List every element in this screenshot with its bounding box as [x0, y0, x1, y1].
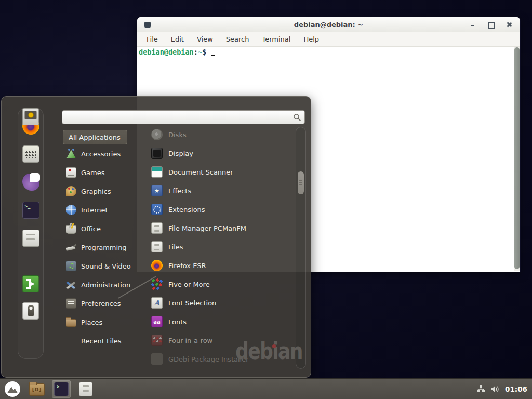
- app-label: Four-in-a-row: [168, 337, 212, 344]
- disks-icon: [151, 129, 163, 140]
- terminal-menu-edit[interactable]: Edit: [171, 35, 184, 43]
- app-label: Font Selection: [168, 299, 216, 307]
- category-list: AccessoriesGamesGraphicsInternetOfficePr…: [63, 144, 139, 350]
- menu-button[interactable]: [3, 380, 22, 398]
- app-effects[interactable]: Effects: [138, 181, 294, 200]
- app-file-manager-pcmanfm[interactable]: File Manager PCManFM: [138, 219, 294, 237]
- terminal-icon: [54, 382, 69, 396]
- terminal-menu-terminal[interactable]: Terminal: [262, 35, 290, 43]
- terminal-app-icon: [144, 22, 151, 28]
- display-icon: [151, 148, 163, 159]
- accessories-icon: [66, 149, 76, 159]
- favorite-file-manager[interactable]: [22, 230, 39, 247]
- maximize-icon[interactable]: [488, 22, 494, 28]
- prompt-user-host: debian@debian: [139, 48, 194, 56]
- minimize-icon[interactable]: [470, 22, 475, 28]
- app-display[interactable]: Display: [138, 144, 294, 163]
- terminal-menu-help[interactable]: Help: [303, 35, 319, 43]
- watermark-red-dot: [272, 344, 276, 348]
- menu-circle-icon: [5, 381, 20, 397]
- terminal-menu-search[interactable]: Search: [226, 35, 249, 43]
- volume-icon[interactable]: [490, 385, 500, 393]
- app-label: Files: [168, 243, 183, 251]
- category-graphics[interactable]: Graphics: [63, 182, 139, 201]
- favorite-software[interactable]: [22, 145, 39, 163]
- app-label: Firefox ESR: [168, 262, 206, 270]
- app-extensions[interactable]: Extensions: [138, 200, 294, 219]
- system-tray: 01:06: [476, 385, 532, 393]
- category-accessories[interactable]: Accessories: [63, 144, 139, 163]
- category-internet[interactable]: Internet: [63, 201, 139, 219]
- prompt-symbol: $: [202, 48, 206, 56]
- application-menu: All Applications AccessoriesGamesGraphic…: [1, 96, 311, 378]
- category-programming[interactable]: Programming: [63, 238, 139, 257]
- shutdown-button[interactable]: [22, 302, 39, 320]
- terminal-prompt: debian@debian:~$: [139, 48, 215, 56]
- menu-search-box: [62, 110, 305, 124]
- pidgin-icon: [22, 174, 39, 191]
- gdebi-icon: [151, 353, 163, 365]
- app-disks[interactable]: Disks: [138, 125, 294, 144]
- app-label: File Manager PCManFM: [168, 224, 246, 232]
- app-five-or-more[interactable]: Five or More: [138, 275, 294, 294]
- terminal-menu-view[interactable]: View: [197, 35, 213, 43]
- terminal-titlebar[interactable]: debian@debian: ~: [137, 17, 520, 32]
- category-label: Graphics: [81, 188, 111, 195]
- category-administration[interactable]: Administration: [63, 275, 139, 294]
- close-icon[interactable]: [506, 22, 512, 28]
- files-launcher[interactable]: [76, 380, 95, 398]
- network-icon[interactable]: [476, 385, 485, 393]
- administration-icon: [66, 280, 76, 290]
- app-firefox-esr[interactable]: Firefox ESR: [138, 256, 294, 275]
- category-games[interactable]: Games: [63, 163, 139, 182]
- category-preferences[interactable]: Preferences: [63, 294, 139, 313]
- effects-icon: [151, 185, 163, 196]
- lock-screen-icon: [22, 108, 39, 125]
- extensions-icon: [151, 204, 163, 215]
- terminal-launcher[interactable]: [52, 380, 71, 398]
- lock-screen-button[interactable]: [22, 108, 39, 125]
- terminal-scrollbar[interactable]: [514, 47, 520, 271]
- prompt-separator: :: [194, 48, 198, 56]
- all-applications-button[interactable]: All Applications: [63, 130, 127, 144]
- category-recent-files[interactable]: Recent Files: [63, 331, 139, 350]
- favorite-terminal[interactable]: [22, 202, 39, 219]
- preferences-icon: [66, 298, 76, 309]
- app-files[interactable]: Files: [138, 237, 294, 256]
- sound-video-icon: [66, 261, 76, 271]
- file-manager-launcher[interactable]: [28, 380, 46, 398]
- category-label: Games: [81, 169, 104, 177]
- category-sound-video[interactable]: Sound & Video: [63, 257, 139, 275]
- category-label: Administration: [81, 281, 130, 289]
- app-fonts[interactable]: Fonts: [138, 312, 294, 331]
- app-font-selection[interactable]: Font Selection: [138, 294, 294, 312]
- logout-button[interactable]: [22, 275, 39, 292]
- taskbar-clock[interactable]: 01:06: [505, 385, 527, 393]
- internet-icon: [66, 205, 76, 215]
- places-icon: [66, 319, 76, 327]
- prompt-path: ~: [198, 48, 202, 56]
- terminal-scrollbar-thumb[interactable]: [514, 47, 520, 269]
- terminal-cursor: [211, 48, 215, 56]
- menu-scrollbar[interactable]: [296, 127, 306, 369]
- cabinet-icon: [151, 222, 163, 234]
- category-office[interactable]: Office: [63, 219, 139, 238]
- app-label: Extensions: [168, 206, 205, 214]
- app-label: Display: [168, 150, 193, 157]
- text-caret: [66, 113, 66, 122]
- graphics-icon: [66, 186, 76, 196]
- cabinet-icon: [22, 230, 39, 247]
- category-label: Office: [81, 225, 101, 233]
- terminal-menu-file[interactable]: File: [147, 35, 158, 43]
- games-icon: [66, 167, 76, 178]
- firefox-icon: [151, 260, 163, 271]
- taskbar: 01:06: [0, 378, 532, 399]
- app-label: Effects: [168, 187, 191, 195]
- search-input[interactable]: [62, 111, 304, 124]
- favorite-pidgin[interactable]: [22, 174, 39, 191]
- menu-scrollbar-thumb[interactable]: [298, 171, 304, 194]
- favorites-group: [18, 117, 43, 247]
- category-places[interactable]: Places: [63, 313, 139, 331]
- app-document-scanner[interactable]: Document Scanner: [138, 163, 294, 181]
- cabinet-icon: [79, 382, 92, 396]
